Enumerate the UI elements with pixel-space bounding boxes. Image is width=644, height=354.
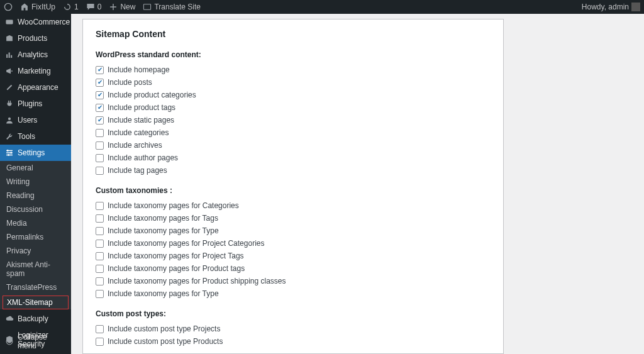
checkbox-label: Include taxonomy pages for Project Categ… <box>108 239 264 248</box>
checkbox[interactable] <box>96 240 104 248</box>
site-name[interactable]: FixItUp <box>20 3 55 11</box>
collapse-icon <box>5 337 14 346</box>
sidebar-item-appearance[interactable]: Appearance <box>0 79 71 96</box>
checkbox[interactable] <box>96 129 104 137</box>
checkbox[interactable] <box>96 338 104 346</box>
woo-icon <box>5 18 14 26</box>
submenu-item-privacy[interactable]: Privacy <box>0 244 71 258</box>
sidebar-item-backuply[interactable]: Backuply <box>0 311 71 327</box>
checkbox-label: Include taxonomy pages for Product tags <box>108 264 245 273</box>
checkbox-label: Include product tags <box>108 103 175 112</box>
submenu-item-writing[interactable]: Writing <box>0 175 71 189</box>
checkbox-label: Include taxonomy pages for Tags <box>108 214 218 223</box>
svg-point-0 <box>4 3 11 10</box>
submenu-item-general[interactable]: General <box>0 161 71 175</box>
collapse-menu[interactable]: Collapse menu <box>0 329 71 354</box>
checkbox[interactable] <box>96 116 104 124</box>
megaphone-icon <box>5 67 14 75</box>
updates[interactable]: 1 <box>63 3 79 11</box>
comments[interactable]: 0 <box>86 3 102 11</box>
submenu-item-media[interactable]: Media <box>0 216 71 230</box>
collapse-label: Collapse menu <box>18 333 66 350</box>
checkbox[interactable] <box>96 91 104 99</box>
checkbox[interactable] <box>96 227 104 235</box>
sidebar-item-plugins[interactable]: Plugins <box>0 96 71 112</box>
checkbox-label: Include custom post type Projects <box>108 324 220 333</box>
checkbox[interactable] <box>96 104 104 112</box>
checkbox-label: Include taxonomy pages for Project Tags <box>108 252 244 260</box>
checkbox[interactable] <box>96 167 104 175</box>
new-content[interactable]: New <box>109 3 135 11</box>
checkbox[interactable] <box>96 252 104 260</box>
checkbox-label: Include custom post type Products <box>108 337 223 346</box>
checkbox-label: Include taxonomy pages for Product shipp… <box>108 277 286 285</box>
checkbox[interactable] <box>96 290 104 298</box>
checkbox-label: Include taxonomy pages for Type <box>108 289 219 298</box>
tax-row: Include taxonomy pages for Project Tags <box>96 252 491 260</box>
wrench-icon <box>5 132 14 141</box>
standard-row: Include homepage <box>96 65 491 74</box>
sidebar-item-label: WooCommerce <box>18 18 70 26</box>
tax-row: Include taxonomy pages for Categories <box>96 201 491 210</box>
standard-row: Include product categories <box>96 91 491 99</box>
checkbox-label: Include homepage <box>108 65 170 74</box>
svg-point-4 <box>7 150 9 152</box>
sidebar-item-analytics[interactable]: Analytics <box>0 47 71 63</box>
tax-row: Include taxonomy pages for Type <box>96 226 491 235</box>
checkbox-label: Include taxonomy pages for Type <box>108 226 219 235</box>
sidebar-item-tools[interactable]: Tools <box>0 128 71 145</box>
standard-row: Include categories <box>96 128 491 137</box>
translate-site[interactable]: Translate Site <box>143 3 201 11</box>
tax-row: Include taxonomy pages for Product shipp… <box>96 277 491 285</box>
standard-row: Include posts <box>96 78 491 87</box>
submenu-item-translatepress[interactable]: TranslatePress <box>0 280 71 294</box>
checkbox[interactable] <box>96 202 104 210</box>
checkbox[interactable] <box>96 66 104 74</box>
howdy-user[interactable]: Howdy, admin <box>582 3 640 11</box>
sidebar-item-label: Products <box>18 34 47 43</box>
checkbox[interactable] <box>96 214 104 223</box>
checkbox[interactable] <box>96 277 104 285</box>
sidebar-item-label: Marketing <box>18 67 51 75</box>
standard-row: Include static pages <box>96 116 491 124</box>
sidebar-item-users[interactable]: Users <box>0 112 71 128</box>
sidebar-item-products[interactable]: Products <box>0 30 71 47</box>
sidebar-item-label: Users <box>18 116 37 124</box>
wp-logo[interactable] <box>4 3 13 11</box>
cloud-icon <box>5 314 14 323</box>
submenu-item-reading[interactable]: Reading <box>0 189 71 202</box>
checkbox[interactable] <box>96 325 104 333</box>
tax-label: Custom taxonomies : <box>96 186 491 195</box>
sidebar-item-label: Appearance <box>18 83 58 92</box>
chart-icon <box>5 50 14 59</box>
checkbox[interactable] <box>96 79 104 87</box>
sitemap-content-panel: Sitemap Content WordPress standard conte… <box>82 19 504 354</box>
standard-row: Include tag pages <box>96 166 491 175</box>
standard-row: Include author pages <box>96 153 491 162</box>
checkbox-label: Include static pages <box>108 116 174 124</box>
submenu-item-xml-sitemap[interactable]: XML-Sitemap <box>3 296 69 309</box>
submenu-item-discussion[interactable]: Discussion <box>0 202 71 216</box>
tax-row: Include taxonomy pages for Type <box>96 289 491 298</box>
checkbox[interactable] <box>96 154 104 162</box>
submenu-item-akismet-anti-spam[interactable]: Akismet Anti-spam <box>0 258 71 280</box>
standard-row: Include archives <box>96 141 491 150</box>
submenu-item-permalinks[interactable]: Permalinks <box>0 230 71 244</box>
checkbox-label: Include product categories <box>108 91 196 99</box>
sidebar-item-settings[interactable]: Settings <box>0 145 71 161</box>
plug-icon <box>5 99 14 108</box>
checkbox[interactable] <box>96 141 104 150</box>
sidebar-item-label: Tools <box>18 132 35 141</box>
sidebar-item-marketing[interactable]: Marketing <box>0 63 71 79</box>
sidebar-item-woocommerce[interactable]: WooCommerce <box>0 14 71 30</box>
sidebar-item-label: Backuply <box>18 314 48 323</box>
sidebar-item-label: Settings <box>18 148 45 157</box>
user-icon <box>5 116 14 124</box>
checkbox-label: Include categories <box>108 128 169 137</box>
checkbox[interactable] <box>96 265 104 273</box>
cpt-label: Custom post types: <box>96 309 491 318</box>
admin-sidebar: WooCommerceProductsAnalyticsMarketingApp… <box>0 14 71 354</box>
checkbox-label: Include tag pages <box>108 166 167 175</box>
standard-label: WordPress standard content: <box>96 50 491 59</box>
tax-row: Include taxonomy pages for Product tags <box>96 264 491 273</box>
